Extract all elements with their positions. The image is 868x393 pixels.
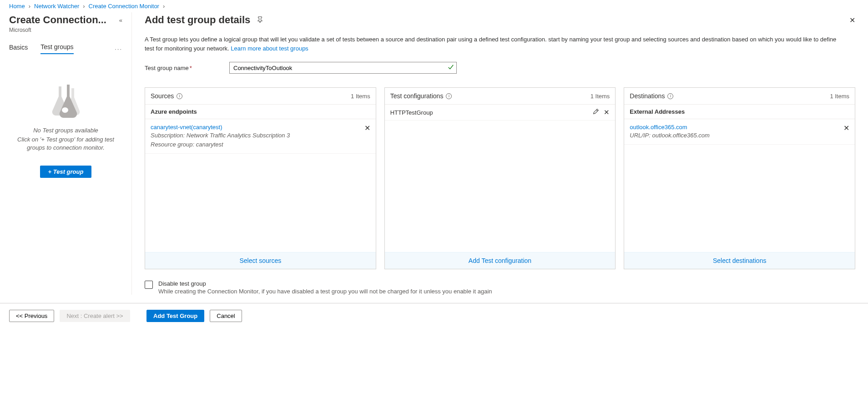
sources-count: 1 Items [351, 93, 370, 100]
delete-destination-icon[interactable]: ✕ [843, 124, 849, 132]
breadcrumb-home[interactable]: Home [9, 3, 25, 10]
destination-item: outlook.office365.com URL/IP: outlook.of… [624, 119, 855, 145]
tab-basics[interactable]: Basics [9, 44, 28, 54]
breadcrumb-create-connection-monitor[interactable]: Create Connection Monitor [89, 3, 159, 10]
previous-button[interactable]: << Previous [9, 310, 54, 322]
footer-bar: << Previous Next : Create alert >> Add T… [0, 303, 868, 328]
add-test-config-button[interactable]: Add Test configuration [385, 252, 616, 269]
test-configs-count: 1 Items [590, 93, 610, 100]
panel-title: Add test group details [145, 14, 250, 26]
next-button[interactable]: Next : Create alert >> [60, 310, 130, 322]
source-item-link[interactable]: canarytest-vnet(canarytest) [151, 124, 222, 131]
sources-card: Sources i 1 Items Azure endpoints canary… [145, 87, 376, 269]
breadcrumb: Home › Network Watcher › Create Connecti… [0, 0, 868, 12]
empty-state-desc: Click on '+ Test group' for adding test … [9, 136, 122, 152]
empty-state-title: No Test groups available [9, 127, 122, 134]
delete-source-icon[interactable]: ✕ [364, 124, 370, 132]
info-icon[interactable]: i [667, 93, 673, 99]
page-subtitle: Microsoft [9, 27, 122, 33]
chevron-right-icon: › [83, 3, 85, 10]
page-title: Create Connection... [9, 14, 106, 26]
cancel-button[interactable]: Cancel [210, 310, 242, 322]
pin-icon[interactable] [257, 16, 263, 24]
svg-point-0 [62, 107, 68, 113]
checkmark-icon [448, 64, 454, 72]
disable-test-group-checkbox[interactable] [145, 281, 153, 289]
left-panel: Create Connection... « Microsoft Basics … [0, 12, 132, 295]
learn-more-link[interactable]: Learn more about test groups [231, 45, 308, 52]
source-item: canarytest-vnet(canarytest) Subscription… [145, 119, 376, 154]
source-item-rg: Resource group: canarytest [151, 141, 364, 149]
select-sources-button[interactable]: Select sources [145, 252, 376, 269]
destination-item-link[interactable]: outlook.office365.com [630, 124, 687, 131]
test-configs-card-title: Test configurations [390, 92, 444, 100]
test-config-item: HTTPTestGroup ✕ [385, 105, 616, 121]
panel-description: A Test group lets you define a logical g… [145, 35, 845, 53]
disable-test-group-label: Disable test group [158, 280, 492, 287]
test-configs-card: Test configurations i 1 Items HTTPTestGr… [384, 87, 616, 269]
tabs-overflow-icon[interactable]: ··· [115, 45, 122, 52]
add-test-group-button[interactable]: + Test group [40, 166, 92, 178]
info-icon[interactable]: i [177, 93, 182, 99]
source-item-subscription: Subscription: Network Traffic Analytics … [151, 131, 364, 140]
test-group-name-input[interactable] [229, 62, 457, 74]
select-destinations-button[interactable]: Select destinations [624, 252, 855, 269]
edit-test-config-icon[interactable] [593, 108, 599, 116]
sources-card-title: Sources [151, 92, 174, 100]
empty-state: No Test groups available Click on '+ Tes… [9, 82, 122, 178]
destination-item-url: URL/IP: outlook.office365.com [630, 131, 843, 140]
add-test-group-submit-button[interactable]: Add Test Group [146, 310, 204, 322]
chevron-right-icon: › [29, 3, 30, 10]
chevron-right-icon: › [163, 3, 165, 10]
test-config-item-title: HTTPTestGroup [390, 109, 433, 116]
right-panel: ✕ Add test group details A Test group le… [132, 12, 868, 295]
test-group-name-label: Test group name* [145, 65, 229, 71]
flask-icon [43, 82, 89, 118]
destinations-count: 1 Items [830, 93, 849, 100]
collapse-icon[interactable]: « [119, 17, 122, 24]
destinations-card-title: Destinations [630, 92, 665, 100]
close-icon[interactable]: ✕ [849, 16, 855, 25]
destinations-card: Destinations i 1 Items External Addresse… [624, 87, 855, 269]
tab-test-groups[interactable]: Test groups [40, 43, 73, 54]
disable-test-group-desc: While creating the Connection Monitor, i… [158, 288, 492, 295]
breadcrumb-network-watcher[interactable]: Network Watcher [34, 3, 79, 10]
destinations-subhead: External Addresses [624, 104, 855, 119]
info-icon[interactable]: i [446, 93, 452, 99]
delete-test-config-icon[interactable]: ✕ [604, 108, 610, 116]
sources-subhead: Azure endpoints [145, 104, 376, 119]
